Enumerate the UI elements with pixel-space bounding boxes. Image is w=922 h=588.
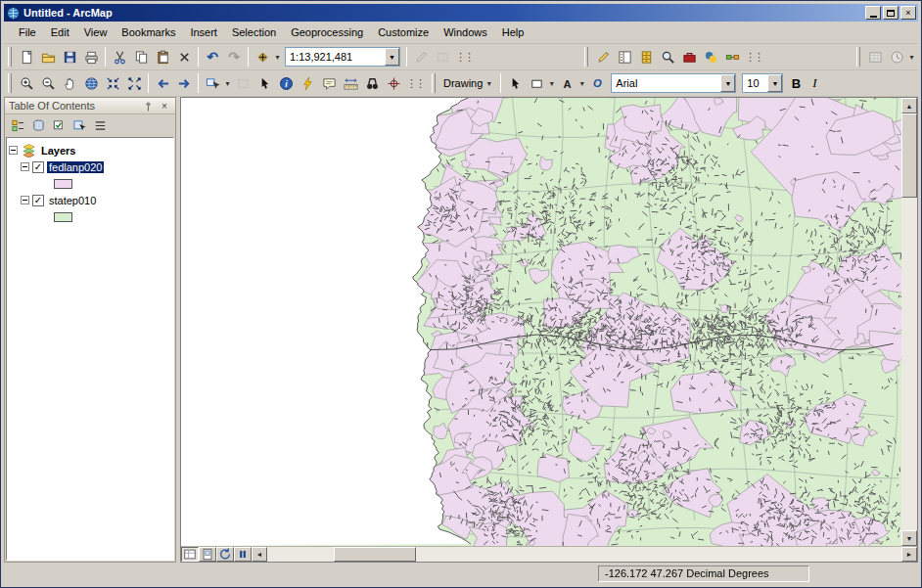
- menu-customize[interactable]: Customize: [371, 23, 436, 41]
- list-by-visibility-icon[interactable]: [49, 116, 69, 136]
- toc-pin-button[interactable]: [141, 100, 155, 113]
- menu-edit[interactable]: Edit: [44, 23, 76, 41]
- drawing-menu-button[interactable]: Drawing ▾: [439, 72, 497, 94]
- layers-root-label[interactable]: Layers: [39, 145, 77, 157]
- python-window-icon[interactable]: [700, 46, 721, 68]
- menu-view[interactable]: View: [77, 23, 115, 41]
- toolbar-grip[interactable]: [856, 47, 860, 67]
- zoom-out-icon[interactable]: [37, 72, 59, 94]
- copy-icon[interactable]: [130, 46, 152, 68]
- go-to-xy-icon[interactable]: [383, 72, 404, 94]
- minimize-button[interactable]: [865, 6, 881, 20]
- font-size-value[interactable]: 10: [743, 77, 767, 89]
- toolbar-overflow-icon[interactable]: ⋮⋮: [745, 51, 755, 64]
- scroll-right-button[interactable]: ►: [901, 547, 917, 562]
- measure-icon[interactable]: [340, 72, 361, 94]
- layer-symbol-row[interactable]: [54, 175, 171, 192]
- layer-checkbox[interactable]: ✓: [32, 195, 44, 206]
- font-size-combobox[interactable]: 10 ▼: [742, 73, 783, 93]
- cut-icon[interactable]: [109, 46, 130, 68]
- select-elements-icon[interactable]: [254, 72, 275, 94]
- menu-insert[interactable]: Insert: [183, 23, 224, 41]
- collapse-icon[interactable]: [9, 146, 18, 155]
- pause-drawing-button[interactable]: [234, 547, 252, 562]
- catalog-window-icon[interactable]: [635, 46, 657, 68]
- select-features-dropdown-icon[interactable]: ▾: [223, 79, 232, 88]
- scroll-down-button[interactable]: ▼: [901, 530, 917, 546]
- horizontal-scrollbar[interactable]: ◄ ►: [252, 547, 917, 562]
- italic-button[interactable]: I: [806, 72, 823, 94]
- edit-sketch-icon[interactable]: [432, 46, 453, 68]
- menu-help[interactable]: Help: [495, 23, 531, 41]
- attributes-table-icon[interactable]: [864, 46, 886, 68]
- toolbar-grip[interactable]: [8, 47, 12, 67]
- list-by-source-icon[interactable]: [28, 116, 48, 136]
- pan-icon[interactable]: [59, 72, 80, 94]
- layer-row-fedlanp020[interactable]: ✓ fedlanp020: [21, 158, 171, 175]
- fixed-zoom-out-icon[interactable]: [123, 72, 145, 94]
- maximize-button[interactable]: [883, 6, 899, 20]
- paste-icon[interactable]: [152, 46, 173, 68]
- search-window-icon[interactable]: [657, 46, 678, 68]
- full-extent-icon[interactable]: [80, 72, 102, 94]
- find-icon[interactable]: [361, 72, 383, 94]
- list-by-selection-icon[interactable]: [69, 116, 89, 136]
- toolbar-overflow-icon[interactable]: ⋮⋮: [455, 51, 465, 64]
- toc-options-icon[interactable]: [90, 116, 110, 136]
- draw-shape-tool-icon[interactable]: [526, 72, 547, 94]
- hyperlink-icon[interactable]: [297, 72, 318, 94]
- vertical-scroll-track[interactable]: [901, 198, 917, 530]
- table-of-contents-window-icon[interactable]: [614, 46, 635, 68]
- time-slider-icon[interactable]: [886, 46, 907, 68]
- draw-shape-dropdown-icon[interactable]: ▾: [547, 79, 556, 88]
- editor-toolbar-icon[interactable]: [592, 46, 614, 68]
- draw-select-elements-icon[interactable]: [504, 72, 526, 94]
- clear-selection-icon[interactable]: [232, 72, 254, 94]
- open-icon[interactable]: [37, 46, 59, 68]
- data-view-button[interactable]: [181, 547, 199, 562]
- arctoolbox-icon[interactable]: [678, 46, 700, 68]
- next-extent-icon[interactable]: [173, 72, 195, 94]
- toolbar-grip[interactable]: [8, 73, 12, 93]
- horizontal-scroll-track[interactable]: [416, 547, 901, 562]
- refresh-view-button[interactable]: [216, 547, 234, 562]
- menu-file[interactable]: File: [12, 23, 43, 41]
- vertical-scroll-thumb[interactable]: [901, 113, 917, 198]
- toolbar-overflow-icon[interactable]: ⋮⋮: [406, 77, 416, 90]
- new-text-tool-icon[interactable]: A: [556, 72, 577, 94]
- toolbar-dropdown-icon[interactable]: ▾: [907, 53, 916, 62]
- add-data-icon[interactable]: [252, 46, 273, 68]
- print-icon[interactable]: [80, 46, 102, 68]
- list-by-drawing-order-icon[interactable]: [8, 116, 27, 136]
- scroll-left-button[interactable]: ◄: [252, 547, 267, 562]
- layer-row-statep010[interactable]: ✓ statep010: [21, 192, 171, 208]
- identify-icon[interactable]: i: [275, 72, 297, 94]
- close-button[interactable]: ×: [900, 6, 916, 20]
- delete-icon[interactable]: [173, 46, 195, 68]
- bold-button[interactable]: B: [786, 72, 806, 94]
- horizontal-scroll-thumb[interactable]: [334, 547, 416, 562]
- statep010-symbol-swatch[interactable]: [54, 212, 72, 222]
- menu-bookmarks[interactable]: Bookmarks: [115, 23, 182, 41]
- text-tool-dropdown-icon[interactable]: ▾: [577, 79, 586, 88]
- select-features-icon[interactable]: [202, 72, 223, 94]
- save-icon[interactable]: [59, 46, 80, 68]
- layers-root-row[interactable]: Layers: [9, 142, 171, 158]
- menu-selection[interactable]: Selection: [225, 23, 283, 41]
- scroll-up-button[interactable]: ▲: [901, 98, 917, 113]
- fedlanp020-symbol-swatch[interactable]: [54, 179, 72, 189]
- collapse-icon[interactable]: [21, 162, 29, 171]
- zoom-in-icon[interactable]: [16, 72, 37, 94]
- html-popup-icon[interactable]: [318, 72, 340, 94]
- menu-geoprocessing[interactable]: Geoprocessing: [284, 23, 370, 41]
- layer-label[interactable]: fedlanp020: [47, 161, 104, 173]
- layout-view-button[interactable]: [199, 547, 216, 562]
- undo-icon[interactable]: ↶: [202, 46, 223, 68]
- collapse-icon[interactable]: [21, 196, 29, 204]
- scale-value[interactable]: 1:13,921,481: [286, 51, 385, 63]
- scale-dropdown-button[interactable]: ▼: [385, 48, 399, 66]
- edit-tool-icon[interactable]: [410, 46, 432, 68]
- modelbuilder-icon[interactable]: [721, 46, 743, 68]
- previous-extent-icon[interactable]: [152, 72, 173, 94]
- add-data-dropdown-icon[interactable]: ▾: [273, 53, 282, 62]
